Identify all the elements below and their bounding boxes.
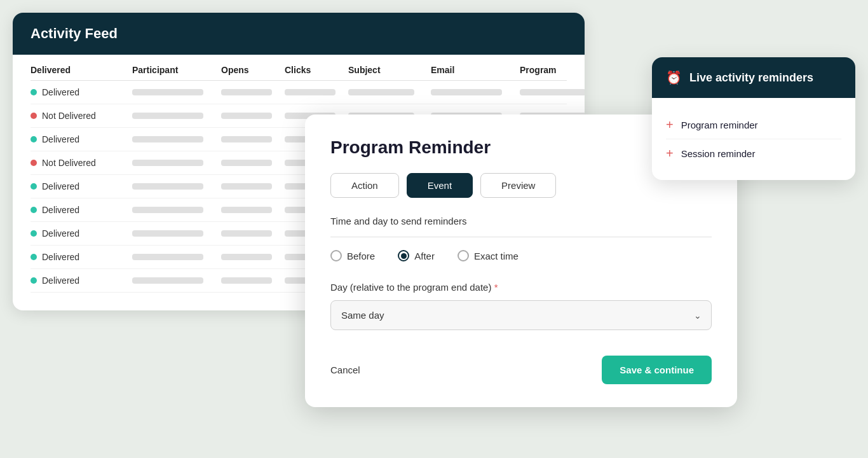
cancel-button[interactable]: Cancel [330, 364, 360, 375]
placeholder-bar [431, 89, 502, 95]
status-cell: Not Delivered [31, 158, 132, 168]
radio-exact-label: Exact time [474, 251, 519, 261]
dot-green [31, 89, 37, 95]
radio-before[interactable]: Before [330, 250, 375, 261]
section-label: Time and day to send reminders [330, 216, 712, 226]
placeholder-bar [285, 89, 336, 95]
radio-after-outer [398, 250, 409, 261]
col-program: Program [520, 65, 585, 75]
placeholder-bar [221, 277, 272, 284]
placeholder-bar [132, 207, 203, 213]
table-header-row: Delivered Participant Opens Clicks Subje… [31, 55, 567, 81]
placeholder-bar [221, 254, 272, 260]
save-continue-button[interactable]: Save & continue [602, 356, 712, 384]
placeholder-bar [221, 230, 272, 237]
radio-exact-time[interactable]: Exact time [458, 250, 519, 261]
placeholder-bar [221, 207, 272, 213]
status-cell: Not Delivered [31, 111, 132, 121]
status-cell: Delivered [31, 87, 132, 97]
dot-green [31, 254, 37, 260]
radio-after-label: After [414, 251, 435, 261]
status-label: Delivered [42, 181, 79, 191]
program-reminder-label: Program reminder [681, 120, 758, 130]
dot-green [31, 277, 37, 284]
status-label: Delivered [42, 87, 79, 97]
dot-green [31, 183, 37, 190]
tab-preview[interactable]: Preview [480, 173, 556, 198]
placeholder-bar [132, 277, 203, 284]
col-email: Email [431, 65, 520, 75]
tab-action[interactable]: Action [330, 173, 399, 198]
radio-group: Before After Exact time [330, 250, 712, 261]
status-cell: Delivered [31, 275, 132, 286]
status-label: Not Delivered [42, 111, 96, 121]
placeholder-bar [221, 89, 272, 95]
alarm-icon: ⏰ [666, 70, 682, 85]
radio-before-outer [330, 250, 342, 261]
status-label: Delivered [42, 252, 79, 262]
status-cell: Delivered [31, 228, 132, 239]
live-reminders-body: + Program reminder + Session reminder [652, 98, 855, 180]
placeholder-bar [132, 136, 203, 142]
placeholder-bar [132, 113, 203, 119]
live-reminders-header: ⏰ Live activity reminders [652, 57, 855, 98]
status-cell: Delivered [31, 205, 132, 215]
status-cell: Delivered [31, 134, 132, 144]
placeholder-bar [221, 160, 272, 166]
dot-green [31, 136, 37, 142]
placeholder-bar [132, 160, 203, 166]
placeholder-bar [221, 136, 272, 142]
status-label: Delivered [42, 205, 79, 215]
status-label: Delivered [42, 275, 79, 286]
reminder-item-session[interactable]: + Session reminder [666, 139, 841, 167]
required-star: * [494, 282, 498, 293]
placeholder-bar [348, 89, 414, 95]
day-dropdown[interactable]: Same day1 day before2 days before1 day a… [330, 300, 712, 330]
placeholder-bar [132, 230, 203, 237]
status-cell: Delivered [31, 181, 132, 191]
tab-event[interactable]: Event [407, 173, 473, 198]
dot-red [31, 113, 37, 119]
section-divider [330, 237, 712, 237]
activity-feed-header: Activity Feed [13, 13, 585, 55]
col-delivered: Delivered [31, 65, 132, 75]
table-row: Delivered [31, 81, 567, 104]
radio-after-inner [401, 253, 407, 259]
dot-green [31, 230, 37, 237]
placeholder-bar [132, 254, 203, 260]
col-participant: Participant [132, 65, 221, 75]
placeholder-bar [221, 113, 272, 119]
reminder-item-program[interactable]: + Program reminder [666, 111, 841, 139]
day-field-label: Day (relative to the program end date) * [330, 282, 712, 293]
placeholder-bar [221, 183, 272, 190]
col-opens: Opens [221, 65, 285, 75]
live-reminders-title: Live activity reminders [689, 71, 813, 85]
plus-icon-program: + [666, 118, 674, 131]
session-reminder-label: Session reminder [681, 148, 756, 159]
status-cell: Delivered [31, 252, 132, 262]
plus-icon-session: + [666, 147, 674, 160]
placeholder-bar [132, 183, 203, 190]
modal-footer: Cancel Save & continue [330, 350, 712, 384]
radio-after[interactable]: After [398, 250, 435, 261]
col-subject: Subject [348, 65, 431, 75]
dropdown-container: Same day1 day before2 days before1 day a… [330, 300, 712, 330]
placeholder-bar [520, 89, 585, 95]
radio-before-label: Before [347, 251, 375, 261]
activity-feed-title: Activity Feed [31, 25, 118, 41]
live-reminders-card: ⏰ Live activity reminders + Program remi… [652, 57, 855, 180]
radio-exact-outer [458, 250, 469, 261]
dot-red [31, 160, 37, 166]
status-label: Delivered [42, 134, 79, 144]
col-clicks: Clicks [285, 65, 348, 75]
placeholder-bar [132, 89, 203, 95]
dot-green [31, 207, 37, 213]
status-label: Not Delivered [42, 158, 96, 168]
status-label: Delivered [42, 228, 79, 239]
